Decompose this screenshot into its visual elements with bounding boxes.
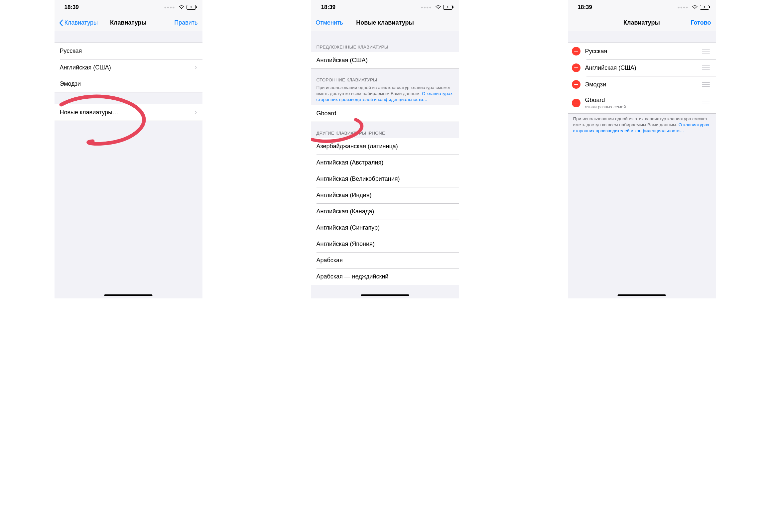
nav-bar: Клавиатуры Готово bbox=[568, 15, 716, 31]
screen-keyboards-list: 18:39 ●●●● ⚡︎ Клавиатуры Клавиатуры Прав… bbox=[55, 0, 202, 298]
keyboard-label: Английская (Сингапур) bbox=[316, 224, 380, 231]
keyboard-label: Эмодзи bbox=[60, 80, 81, 87]
keyboard-row[interactable]: Английская (США) › bbox=[55, 59, 202, 76]
minus-icon bbox=[574, 84, 578, 85]
edit-keyboard-row[interactable]: Эмодзи bbox=[568, 76, 716, 93]
installed-keyboards-group: Русская Английская (США) › Эмодзи bbox=[55, 43, 202, 92]
delete-button[interactable] bbox=[572, 63, 581, 72]
suggested-group: ПРЕДЛОЖЕННЫЕ КЛАВИАТУРЫ Английская (США) bbox=[311, 43, 459, 69]
screen-add-keyboard: 18:39 ●●●● ⚡︎ Отменить Новые клавиатуры … bbox=[311, 0, 459, 298]
keyboard-row[interactable]: Эмодзи bbox=[55, 76, 202, 92]
back-button[interactable]: Клавиатуры bbox=[59, 19, 98, 26]
screen-keyboards-edit: 18:39 ●●●● ⚡︎ Клавиатуры Готово Русская … bbox=[568, 0, 716, 298]
home-indicator[interactable] bbox=[618, 294, 666, 296]
other-group: ДРУГИЕ КЛАВИАТУРЫ IPHONE Азербайджанская… bbox=[311, 129, 459, 285]
other-keyboard-row[interactable]: Арабская bbox=[311, 252, 459, 268]
edit-keyboard-row[interactable]: Английская (США) bbox=[568, 59, 716, 76]
cellular-dots-icon: ●●●● bbox=[164, 5, 175, 10]
add-keyboard-group: Новые клавиатуры… › bbox=[55, 104, 202, 121]
reorder-handle[interactable] bbox=[702, 82, 711, 87]
reorder-handle[interactable] bbox=[702, 101, 711, 106]
suggested-keyboard-row[interactable]: Английская (США) bbox=[311, 52, 459, 68]
delete-button[interactable] bbox=[572, 47, 581, 55]
status-time: 18:39 bbox=[64, 4, 79, 11]
nav-bar: Клавиатуры Клавиатуры Править bbox=[55, 15, 202, 31]
keyboard-label: Английская (Канада) bbox=[316, 208, 374, 215]
status-time: 18:39 bbox=[578, 4, 592, 11]
minus-icon bbox=[574, 51, 578, 52]
section-header: СТОРОННИЕ КЛАВИАТУРЫ bbox=[311, 75, 459, 85]
third-party-group: СТОРОННИЕ КЛАВИАТУРЫ При использовании о… bbox=[311, 75, 459, 122]
other-keyboard-row[interactable]: Английская (Япония) bbox=[311, 236, 459, 252]
chevron-right-icon: › bbox=[194, 63, 197, 72]
reorder-handle[interactable] bbox=[702, 65, 711, 70]
keyboard-label: Английская (США) bbox=[585, 64, 636, 71]
cellular-dots-icon: ●●●● bbox=[678, 5, 689, 10]
edit-keyboards-group: Русская Английская (США) Эмодзи Gboard я… bbox=[568, 43, 716, 136]
battery-icon: ⚡︎ bbox=[700, 5, 709, 10]
keyboard-label: Gboard bbox=[316, 110, 336, 117]
keyboard-label: Русская bbox=[585, 48, 607, 55]
section-footer: При использовании одной из этих клавиату… bbox=[311, 85, 459, 105]
other-keyboard-row[interactable]: Английская (Индия) bbox=[311, 187, 459, 203]
keyboard-label: Английская (США) bbox=[316, 57, 368, 64]
status-bar: 18:39 ●●●● ⚡︎ bbox=[568, 0, 716, 15]
keyboard-label: Gboard bbox=[585, 97, 626, 104]
nav-bar: Отменить Новые клавиатуры bbox=[311, 15, 459, 31]
status-time: 18:39 bbox=[321, 4, 335, 11]
keyboard-label: Английская (Австралия) bbox=[316, 159, 384, 166]
keyboard-label: Английская (Великобритания) bbox=[316, 175, 400, 182]
edit-keyboard-row[interactable]: Gboard языки разных семей bbox=[568, 93, 716, 113]
keyboard-label: Эмодзи bbox=[585, 81, 606, 88]
other-keyboard-row[interactable]: Английская (Великобритания) bbox=[311, 171, 459, 187]
wifi-icon bbox=[435, 5, 441, 10]
edit-keyboard-row[interactable]: Русская bbox=[568, 43, 716, 59]
keyboard-label: Арабская — недждийский bbox=[316, 273, 389, 280]
delete-button[interactable] bbox=[572, 80, 581, 89]
other-keyboard-row[interactable]: Арабская — недждийский bbox=[311, 268, 459, 285]
other-keyboard-row[interactable]: Английская (Австралия) bbox=[311, 155, 459, 171]
keyboard-label: Английская (Япония) bbox=[316, 241, 375, 248]
section-footer: При использовании одной из этих клавиату… bbox=[568, 114, 716, 136]
cellular-dots-icon: ●●●● bbox=[421, 5, 432, 10]
cancel-button[interactable]: Отменить bbox=[316, 19, 343, 26]
keyboard-row[interactable]: Русская bbox=[55, 43, 202, 59]
keyboard-label: Английская (США) bbox=[60, 64, 111, 71]
keyboard-label: Азербайджанская (латиница) bbox=[316, 143, 398, 150]
other-keyboards-list: Азербайджанская (латиница) Английская (А… bbox=[311, 138, 459, 285]
battery-icon: ⚡︎ bbox=[443, 5, 453, 10]
delete-button[interactable] bbox=[572, 99, 581, 107]
minus-icon bbox=[574, 67, 578, 68]
installed-list: Русская Английская (США) › Эмодзи bbox=[55, 43, 202, 92]
other-keyboard-row[interactable]: Английская (Сингапур) bbox=[311, 220, 459, 236]
edit-button[interactable]: Править bbox=[174, 19, 197, 26]
keyboard-label: Русская bbox=[60, 48, 82, 54]
done-button[interactable]: Готово bbox=[691, 19, 711, 26]
back-label: Клавиатуры bbox=[64, 19, 98, 26]
add-keyboard-label: Новые клавиатуры… bbox=[60, 109, 119, 116]
home-indicator[interactable] bbox=[104, 294, 153, 296]
status-bar: 18:39 ●●●● ⚡︎ bbox=[311, 0, 459, 15]
other-keyboard-row[interactable]: Азербайджанская (латиница) bbox=[311, 138, 459, 155]
status-bar: 18:39 ●●●● ⚡︎ bbox=[55, 0, 202, 15]
section-header: ПРЕДЛОЖЕННЫЕ КЛАВИАТУРЫ bbox=[311, 43, 459, 52]
wifi-icon bbox=[178, 5, 184, 10]
reorder-handle[interactable] bbox=[702, 49, 711, 54]
keyboard-label: Английская (Индия) bbox=[316, 192, 372, 199]
other-keyboard-row[interactable]: Английская (Канада) bbox=[311, 203, 459, 220]
home-indicator[interactable] bbox=[361, 294, 409, 296]
minus-icon bbox=[574, 103, 578, 104]
wifi-icon bbox=[692, 5, 698, 10]
third-party-keyboard-row[interactable]: Gboard bbox=[311, 105, 459, 122]
section-header: ДРУГИЕ КЛАВИАТУРЫ IPHONE bbox=[311, 129, 459, 138]
chevron-left-icon bbox=[59, 20, 63, 26]
add-keyboard-row[interactable]: Новые клавиатуры… › bbox=[55, 104, 202, 121]
keyboard-label: Арабская bbox=[316, 257, 343, 264]
keyboard-sublabel: языки разных семей bbox=[585, 104, 626, 109]
battery-icon: ⚡︎ bbox=[186, 5, 196, 10]
chevron-right-icon: › bbox=[194, 108, 197, 117]
